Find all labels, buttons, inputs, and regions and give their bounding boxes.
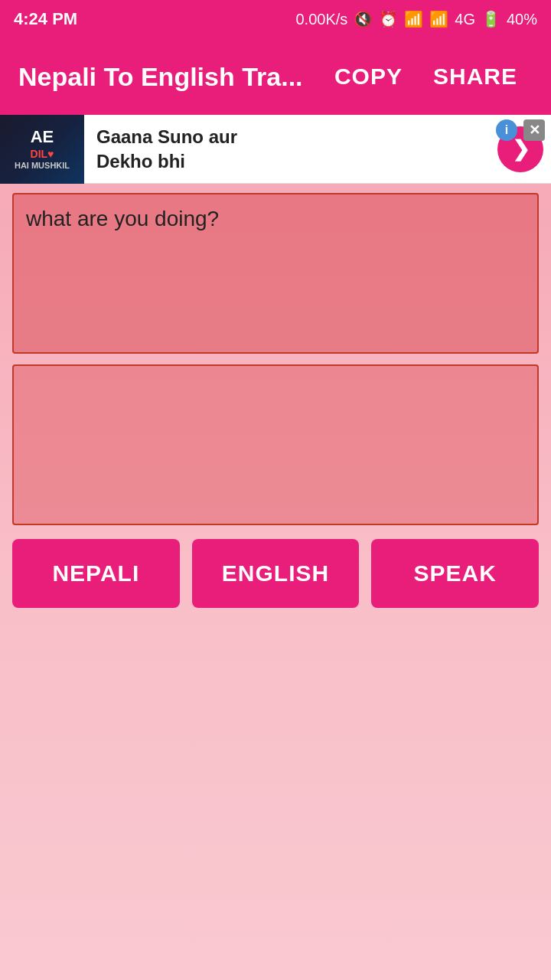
alarm-icon: ⏰ [379, 10, 398, 28]
ad-text: Gaana Suno aur Dekho bhi [84, 117, 497, 180]
battery-icon: 🔋 [481, 10, 500, 28]
signal-icon: 📶 [429, 10, 448, 28]
wifi-icon: 📶 [404, 10, 423, 28]
input-text-area[interactable] [12, 193, 539, 354]
ad-image: AE DIL♥ HAI MUSHKIL [0, 115, 84, 184]
toolbar: Nepali To English Tra... COPY SHARE [0, 38, 551, 115]
share-button[interactable]: SHARE [418, 56, 533, 97]
mute-icon: 🔇 [354, 10, 373, 28]
speak-button[interactable]: SPEAK [371, 539, 539, 608]
ad-info-icon[interactable]: i [496, 119, 517, 141]
ad-close-icon[interactable]: ✕ [523, 119, 545, 141]
action-buttons-row: NEPALI ENGLISH SPEAK [12, 539, 539, 608]
network-speed: 0.00K/s [295, 11, 347, 28]
output-text-area [12, 364, 539, 525]
status-icons: 0.00K/s 🔇 ⏰ 📶 📶 4G 🔋 40% [295, 10, 537, 28]
battery-level: 40% [507, 11, 537, 28]
status-time: 4:24 PM [14, 9, 77, 29]
english-button[interactable]: ENGLISH [192, 539, 360, 608]
status-bar: 4:24 PM 0.00K/s 🔇 ⏰ 📶 📶 4G 🔋 40% [0, 0, 551, 38]
main-content: NEPALI ENGLISH SPEAK [0, 184, 551, 617]
ad-banner: AE DIL♥ HAI MUSHKIL Gaana Suno aur Dekho… [0, 115, 551, 184]
app-title: Nepali To English Tra... [18, 62, 319, 92]
nepali-button[interactable]: NEPALI [12, 539, 180, 608]
network-type: 4G [455, 11, 475, 28]
copy-button[interactable]: COPY [319, 56, 418, 97]
